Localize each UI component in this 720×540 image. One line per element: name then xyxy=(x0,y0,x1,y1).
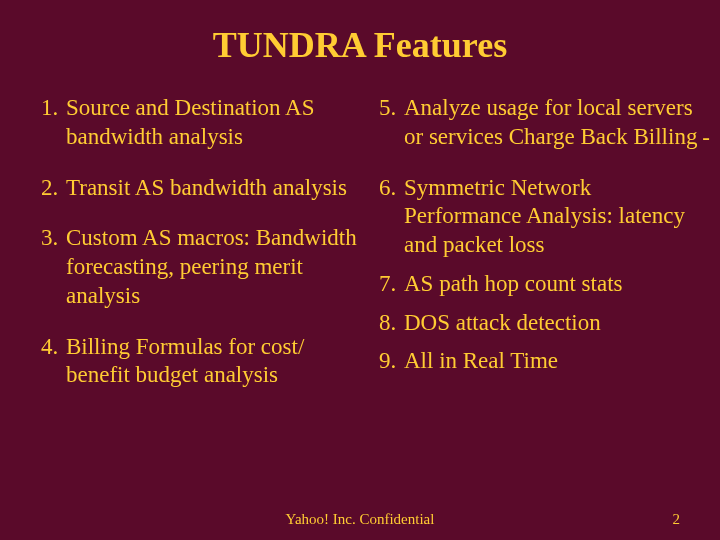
slide-title: TUNDRA Features xyxy=(0,0,720,76)
dash-mark: - xyxy=(702,125,710,151)
list-item: Symmetric Network Performance Analysis: … xyxy=(402,174,698,260)
list-item: DOS attack detection xyxy=(402,309,698,338)
list-item: AS path hop count stats xyxy=(402,270,698,299)
footer-text: Yahoo! Inc. Confidential xyxy=(0,511,720,528)
slide: TUNDRA Features Source and Destination A… xyxy=(0,0,720,540)
slide-body: Source and Destination AS bandwidth anal… xyxy=(22,94,698,480)
list-item: Analyze usage for local servers or servi… xyxy=(402,94,698,152)
feature-list-left: Source and Destination AS bandwidth anal… xyxy=(22,94,360,390)
feature-list-right: Analyze usage for local servers or servi… xyxy=(360,94,698,376)
list-item: Transit AS bandwidth analysis xyxy=(64,174,360,203)
list-item: Billing Formulas for cost/ benefit budge… xyxy=(64,333,360,391)
list-item: Source and Destination AS bandwidth anal… xyxy=(64,94,360,152)
right-column: Analyze usage for local servers or servi… xyxy=(360,94,698,480)
list-item: Custom AS macros: Bandwidth forecasting,… xyxy=(64,224,360,310)
list-item: All in Real Time xyxy=(402,347,698,376)
left-column: Source and Destination AS bandwidth anal… xyxy=(22,94,360,480)
page-number: 2 xyxy=(673,511,681,528)
